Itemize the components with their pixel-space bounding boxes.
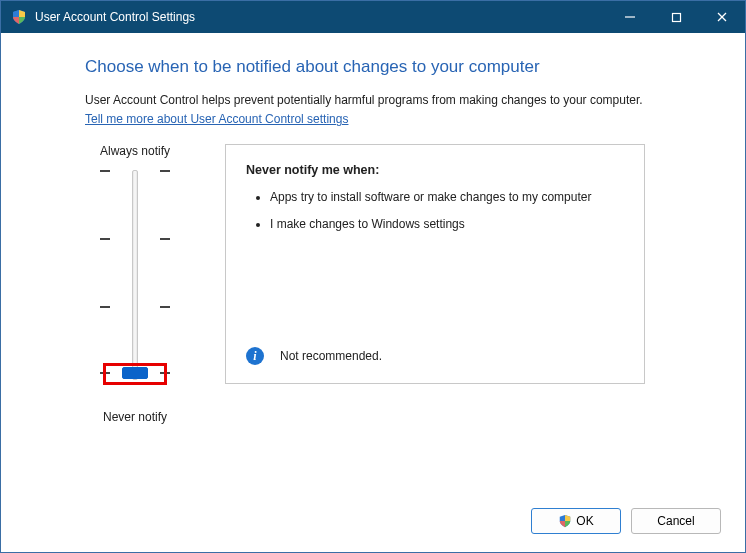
info-bullet: Apps try to install software or make cha… — [270, 189, 624, 206]
slider-tick — [100, 170, 170, 172]
info-icon: i — [246, 347, 264, 365]
page-description: User Account Control helps prevent poten… — [85, 93, 685, 107]
ok-button[interactable]: OK — [531, 508, 621, 534]
info-panel-title: Never notify me when: — [246, 163, 624, 177]
notification-slider[interactable] — [100, 166, 170, 396]
cancel-button[interactable]: Cancel — [631, 508, 721, 534]
minimize-button[interactable] — [607, 1, 653, 33]
info-panel-footer-text: Not recommended. — [280, 349, 382, 363]
slider-tick — [100, 306, 170, 308]
info-bullet: I make changes to Windows settings — [270, 216, 624, 233]
slider-column: Always notify Never notify — [85, 144, 185, 424]
info-panel-list: Apps try to install software or make cha… — [246, 189, 624, 243]
maximize-button[interactable] — [653, 1, 699, 33]
close-button[interactable] — [699, 1, 745, 33]
ok-button-label: OK — [576, 514, 593, 528]
shield-icon — [558, 514, 572, 528]
page-heading: Choose when to be notified about changes… — [85, 57, 685, 77]
shield-icon — [11, 9, 27, 25]
slider-bottom-label: Never notify — [103, 410, 167, 424]
titlebar: User Account Control Settings — [1, 1, 745, 33]
slider-thumb[interactable] — [122, 367, 148, 379]
info-panel-footer: i Not recommended. — [246, 347, 624, 365]
svg-rect-1 — [672, 13, 680, 21]
slider-tick — [100, 238, 170, 240]
content-area: Choose when to be notified about changes… — [1, 33, 745, 424]
cancel-button-label: Cancel — [657, 514, 694, 528]
body-area: Always notify Never notify Never notify … — [85, 144, 685, 424]
info-panel: Never notify me when: Apps try to instal… — [225, 144, 645, 384]
window-title: User Account Control Settings — [35, 10, 607, 24]
dialog-buttons: OK Cancel — [531, 508, 721, 534]
slider-track — [132, 170, 138, 380]
slider-top-label: Always notify — [100, 144, 170, 158]
help-link[interactable]: Tell me more about User Account Control … — [85, 112, 348, 126]
